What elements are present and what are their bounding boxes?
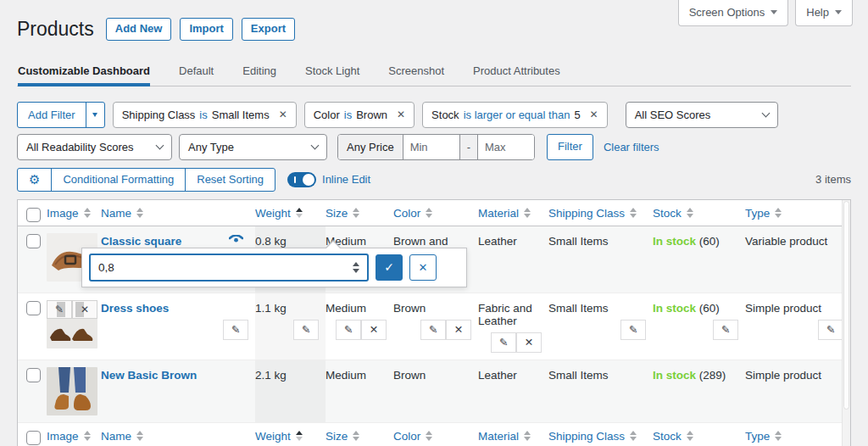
column-header-name[interactable]: Name	[101, 207, 250, 220]
product-name-link[interactable]: Dress shoes	[101, 302, 169, 315]
shipping-class-cell[interactable]: Small Items	[548, 226, 653, 293]
inline-edit-pencil-button[interactable]: ✎	[336, 320, 361, 340]
image-edit-pencil-button[interactable]: ✎	[47, 300, 72, 319]
column-footer-shipping-class[interactable]: Shipping Class	[548, 430, 648, 443]
stock-cell[interactable]: In stock (289)	[653, 360, 745, 422]
inline-clear-button[interactable]: ✕	[361, 320, 387, 340]
material-cell[interactable]: Leather	[478, 226, 548, 293]
column-footer-weight[interactable]: Weight	[255, 430, 320, 443]
column-footer-image[interactable]: Image	[47, 430, 96, 443]
column-footer-size[interactable]: Size	[326, 430, 388, 443]
select-all-checkbox[interactable]	[26, 208, 41, 222]
tab-product-attributes[interactable]: Product Attributes	[473, 59, 560, 86]
settings-button[interactable]: ⚙	[18, 169, 52, 191]
filter-chip-shipping-class[interactable]: Shipping Class is Small Items ✕	[113, 102, 297, 128]
image-remove-button[interactable]: ✕	[72, 300, 97, 319]
vertical-scrollbar-thumb[interactable]	[843, 201, 849, 410]
row-checkbox[interactable]	[26, 368, 41, 382]
help-label: Help	[806, 6, 829, 19]
tab-customizable-dashboard[interactable]: Customizable Dashboard	[18, 59, 150, 86]
inline-edit-pencil-button[interactable]: ✎	[818, 320, 843, 340]
filter-chip-color[interactable]: Color is Brown ✕	[304, 102, 415, 128]
inline-edit-pencil-button[interactable]: ✎	[293, 320, 319, 340]
conditional-formatting-button[interactable]: Conditional Formatting	[52, 169, 186, 191]
inline-edit-toggle[interactable]	[287, 172, 316, 187]
remove-filter-icon[interactable]: ✕	[279, 109, 287, 120]
product-name-link[interactable]: New Basic Brown	[101, 369, 197, 382]
export-button[interactable]: Export	[242, 18, 295, 41]
tab-screenshot[interactable]: Screenshot	[388, 59, 444, 86]
inline-edit-pencil-button[interactable]: ✎	[420, 320, 446, 340]
import-button[interactable]: Import	[180, 18, 232, 41]
price-max-input[interactable]	[478, 135, 534, 159]
product-name-link[interactable]: Classic square	[101, 235, 181, 248]
material-cell[interactable]: Fabric and Leather	[478, 302, 542, 327]
select-all-checkbox[interactable]	[26, 431, 41, 445]
clear-filters-link[interactable]: Clear filters	[604, 141, 659, 153]
readability-scores-select[interactable]: All Readability Scores	[17, 134, 172, 160]
sort-icon	[775, 208, 782, 218]
remove-filter-icon[interactable]: ✕	[590, 109, 598, 120]
inline-edit-pencil-button[interactable]: ✎	[223, 320, 248, 340]
inline-edit-pencil-button[interactable]: ✎	[713, 320, 738, 340]
sort-icon	[524, 208, 531, 218]
eye-icon[interactable]	[229, 235, 243, 244]
type-cell[interactable]: Simple product	[745, 360, 850, 422]
price-min-input[interactable]	[403, 135, 459, 159]
shipping-class-cell[interactable]: Small Items	[548, 302, 646, 315]
inline-edit-toggle-wrap[interactable]: Inline Edit	[287, 172, 370, 187]
inline-edit-pencil-button[interactable]: ✎	[620, 320, 646, 340]
weight-edit-input[interactable]	[91, 261, 345, 274]
column-footer-type[interactable]: Type	[745, 430, 845, 443]
table-row: New Basic Brown 2.1 kg Medium Brown Leat…	[18, 360, 850, 422]
sort-icon	[775, 431, 782, 441]
type-cell[interactable]: Simple product	[745, 302, 843, 315]
inline-clear-button[interactable]: ✕	[446, 320, 471, 340]
remove-filter-icon[interactable]: ✕	[397, 109, 405, 120]
vertical-scrollbar[interactable]	[842, 200, 850, 446]
column-header-size[interactable]: Size	[326, 207, 388, 220]
row-checkbox[interactable]	[26, 301, 41, 315]
weight-cell[interactable]: 2.1 kg	[255, 360, 326, 422]
column-footer-color[interactable]: Color	[393, 430, 473, 443]
cancel-edit-button[interactable]: ✕	[409, 254, 437, 281]
help-button[interactable]: Help	[795, 0, 853, 26]
column-footer-material[interactable]: Material	[478, 430, 543, 443]
screen-options-button[interactable]: Screen Options	[678, 0, 789, 26]
tab-stock-light[interactable]: Stock Light	[305, 59, 359, 86]
size-cell[interactable]: Medium	[326, 360, 393, 422]
column-header-color[interactable]: Color	[393, 207, 473, 220]
stock-cell[interactable]: In stock (60)	[653, 302, 738, 315]
column-footer-stock[interactable]: Stock	[653, 430, 740, 443]
reset-sorting-button[interactable]: Reset Sorting	[186, 169, 275, 191]
column-header-shipping-class[interactable]: Shipping Class	[548, 207, 648, 220]
color-cell[interactable]: Brown	[393, 302, 471, 315]
add-new-button[interactable]: Add New	[106, 18, 172, 41]
tab-default[interactable]: Default	[179, 59, 214, 86]
number-stepper[interactable]	[345, 262, 367, 273]
tab-editing[interactable]: Editing	[242, 59, 276, 86]
material-cell[interactable]: Leather	[478, 360, 548, 422]
weight-cell[interactable]: 1.1 kg	[255, 302, 319, 315]
column-header-weight[interactable]: Weight	[255, 207, 320, 220]
column-header-material[interactable]: Material	[478, 207, 543, 220]
column-header-stock[interactable]: Stock	[653, 207, 740, 220]
filter-button[interactable]: Filter	[547, 134, 593, 160]
size-cell[interactable]: Medium	[326, 302, 387, 315]
row-checkbox[interactable]	[26, 234, 41, 248]
column-footer-name[interactable]: Name	[101, 430, 250, 443]
filter-chip-stock[interactable]: Stock is larger or equal than 5 ✕	[422, 102, 608, 128]
product-type-select[interactable]: Any Type	[179, 134, 327, 160]
seo-scores-select[interactable]: All SEO Scores	[626, 102, 778, 128]
inline-clear-button[interactable]: ✕	[516, 332, 542, 353]
add-filter-dropdown-toggle[interactable]	[86, 103, 104, 127]
color-cell[interactable]: Brown	[393, 360, 478, 422]
stock-cell[interactable]: In stock (60)	[653, 226, 745, 293]
column-header-image[interactable]: Image	[47, 207, 96, 220]
type-cell[interactable]: Variable product	[745, 226, 850, 293]
add-filter-button[interactable]: Add Filter	[18, 103, 86, 127]
confirm-edit-button[interactable]: ✓	[376, 254, 403, 281]
inline-edit-pencil-button[interactable]: ✎	[491, 332, 516, 353]
column-header-type[interactable]: Type	[745, 207, 845, 220]
shipping-class-cell[interactable]: Small Items	[548, 360, 653, 422]
